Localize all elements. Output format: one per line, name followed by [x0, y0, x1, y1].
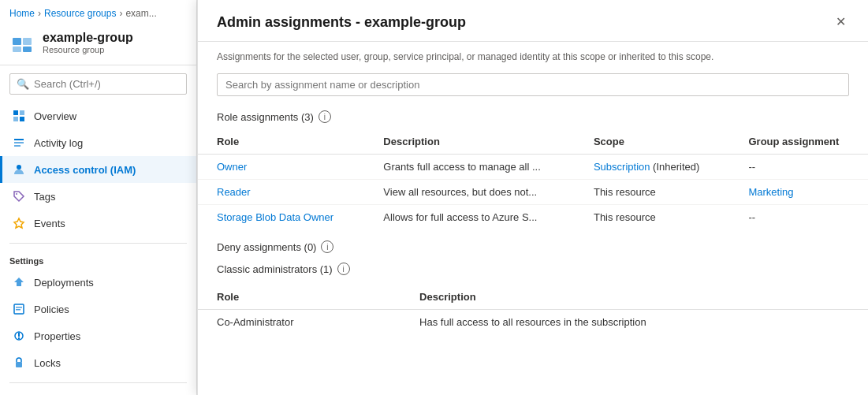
svg-rect-2	[13, 47, 21, 52]
classic-role: Co-Administrator	[198, 310, 400, 335]
policies-label: Policies	[34, 304, 69, 315]
classic-admin-label: Classic administrators (1)	[217, 263, 333, 275]
overview-icon	[12, 109, 26, 123]
role-storage-link[interactable]: Storage Blob Data Owner	[217, 211, 333, 223]
breadcrumb-resource-groups[interactable]: Resource groups	[44, 8, 116, 19]
role-reader-link[interactable]: Reader	[217, 186, 251, 198]
deployments-label: Deployments	[34, 277, 94, 289]
svg-marker-13	[14, 218, 24, 228]
sidebar-item-properties[interactable]: Properties	[0, 322, 196, 349]
svg-rect-7	[20, 117, 24, 121]
tags-icon	[12, 189, 26, 203]
cost-section-label: Cost Management	[0, 386, 196, 395]
sidebar-item-access-control[interactable]: Access control (IAM)	[0, 156, 196, 183]
role-assignments-header-row: Role Description Scope Group assignment	[198, 129, 868, 155]
sidebar-item-policies[interactable]: Policies	[0, 296, 196, 322]
role-storage-description: Allows for full access to Azure S...	[364, 205, 575, 230]
col-role: Role	[198, 129, 364, 155]
classic-admin-table: Role Description Co-Administrator Has fu…	[198, 285, 868, 334]
settings-divider	[9, 243, 187, 244]
main-panel: Admin assignments - example-group ✕ Assi…	[197, 0, 868, 395]
flyout-search-box[interactable]	[217, 73, 849, 96]
role-assignments-table: Role Description Scope Group assignment …	[198, 129, 868, 229]
flyout-header: Admin assignments - example-group ✕	[198, 0, 868, 42]
breadcrumb-home[interactable]: Home	[9, 8, 35, 19]
table-row: Reader View all resources, but does not.…	[198, 180, 868, 205]
role-storage-group: --	[729, 205, 868, 230]
role-owner-description: Grants full access to manage all ...	[364, 155, 575, 180]
table-row: Owner Grants full access to manage all .…	[198, 155, 868, 180]
breadcrumb-current: exam...	[125, 8, 156, 19]
search-input[interactable]	[34, 78, 180, 90]
deny-assignments-label: Deny assignments (0)	[217, 241, 316, 253]
scope-subscription-link[interactable]: Subscription	[594, 161, 650, 173]
deny-assignments-info-icon: i	[321, 240, 333, 253]
sidebar-item-tags[interactable]: Tags	[0, 183, 196, 210]
sidebar-item-overview[interactable]: Overview	[0, 102, 196, 129]
table-row: Co-Administrator Has full access to all …	[198, 310, 868, 335]
activity-log-label: Activity log	[34, 137, 83, 149]
close-button[interactable]: ✕	[833, 13, 849, 32]
deny-assignments-section: Deny assignments (0) i	[198, 229, 868, 258]
properties-icon	[12, 329, 26, 343]
resource-header: example-group Resource group	[0, 24, 196, 65]
access-control-label: Access control (IAM)	[34, 164, 136, 176]
locks-icon	[12, 356, 26, 370]
flyout-panel: Admin assignments - example-group ✕ Assi…	[197, 0, 868, 395]
sidebar-item-activity-log[interactable]: Activity log	[0, 129, 196, 156]
properties-label: Properties	[34, 330, 80, 342]
breadcrumb: Home › Resource groups › exam...	[0, 0, 196, 24]
overview-label: Overview	[34, 110, 76, 122]
svg-rect-1	[23, 38, 32, 45]
role-storage-scope: This resource	[575, 205, 730, 230]
svg-rect-9	[14, 142, 24, 143]
locks-label: Locks	[34, 357, 61, 369]
svg-rect-8	[14, 139, 24, 140]
cost-divider	[9, 382, 187, 383]
classic-col-description: Description	[400, 285, 868, 310]
resource-title: example-group	[43, 31, 133, 45]
svg-rect-16	[16, 309, 20, 311]
svg-rect-20	[16, 362, 22, 367]
svg-rect-5	[20, 110, 24, 115]
scope-suffix: (Inherited)	[653, 161, 699, 173]
group-marketing-link[interactable]: Marketing	[748, 186, 793, 198]
role-reader-scope: This resource	[575, 180, 730, 205]
role-reader-description: View all resources, but does not...	[364, 180, 575, 205]
sidebar-item-deployments[interactable]: Deployments	[0, 269, 196, 296]
flyout-search-input[interactable]	[225, 79, 840, 91]
sidebar-item-events[interactable]: Events	[0, 210, 196, 237]
events-icon	[12, 216, 26, 230]
classic-admin-header-row: Role Description	[198, 285, 868, 310]
svg-rect-10	[14, 145, 20, 147]
svg-rect-15	[16, 307, 22, 308]
deployments-icon	[12, 275, 26, 289]
classic-col-role: Role	[198, 285, 400, 310]
sidebar-item-locks[interactable]: Locks	[0, 349, 196, 376]
role-owner-link[interactable]: Owner	[217, 161, 247, 173]
col-scope: Scope	[575, 129, 730, 155]
flyout-subtitle: Assignments for the selected user, group…	[198, 42, 868, 64]
table-row: Storage Blob Data Owner Allows for full …	[198, 205, 868, 230]
classic-admin-section: Classic administrators (1) i	[198, 258, 868, 281]
role-assignments-info-icon: i	[319, 110, 331, 123]
svg-rect-6	[13, 117, 18, 121]
classic-description: Has full access to all resources in the …	[400, 310, 868, 335]
svg-rect-18	[18, 333, 20, 337]
activity-log-icon	[12, 136, 26, 150]
policies-icon	[12, 302, 26, 316]
svg-rect-4	[13, 110, 18, 115]
svg-point-12	[16, 193, 17, 195]
svg-rect-0	[13, 38, 21, 45]
svg-rect-3	[23, 47, 32, 52]
role-assignments-header: Role assignments (3) i	[198, 106, 868, 126]
role-owner-group: --	[729, 155, 868, 180]
flyout-title: Admin assignments - example-group	[217, 14, 466, 31]
role-owner-scope: Subscription (Inherited)	[575, 155, 730, 180]
tags-label: Tags	[34, 191, 55, 203]
resource-group-icon	[9, 30, 35, 55]
deny-assignments-header: Deny assignments (0) i	[217, 240, 849, 253]
search-icon: 🔍	[17, 78, 29, 90]
search-box[interactable]: 🔍	[9, 73, 187, 95]
events-label: Events	[34, 218, 65, 229]
